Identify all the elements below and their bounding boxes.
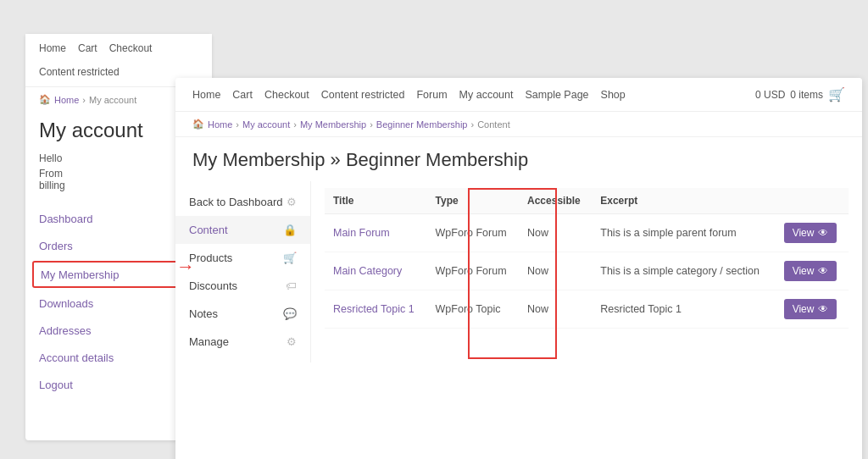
notes-icon: 💬 [283,307,297,320]
cart-icon: 🛒 [828,86,845,102]
main-nav-checkout[interactable]: Checkout [264,89,309,101]
main-membership-card: Home Cart Checkout Content restricted Fo… [175,78,862,459]
main-nav-sample-page[interactable]: Sample Page [526,89,589,101]
page-title: My Membership » Beginner Membership [175,137,862,181]
main-nav-shop[interactable]: Shop [601,89,626,101]
row2-action[interactable]: View 👁 [776,252,849,290]
addresses-link[interactable]: Addresses [39,324,91,337]
membership-link[interactable]: My Membership [41,268,119,281]
main-top-nav: Home Cart Checkout Content restricted Fo… [175,78,862,112]
main-nav-content-restricted[interactable]: Content restricted [321,89,405,101]
eye-icon: 👁 [818,265,828,277]
row1-action[interactable]: View 👁 [776,214,849,252]
col-type: Type [427,188,519,214]
view-button-row3[interactable]: View 👁 [784,299,837,319]
dashboard-link[interactable]: Dashboard [39,213,93,225]
col-accessible: Accessible [519,188,592,214]
row2-accessible: Now [519,252,592,290]
breadcrumb-home[interactable]: Home [54,95,79,105]
bg-nav-checkout[interactable]: Checkout [109,42,153,54]
table-row: Resricted Topic 1 WpForo Topic Now Resri… [325,290,849,329]
main-nav-my-account[interactable]: My account [459,89,514,101]
content-area: Back to Dashboard ⚙ Content 🔒 Products 🛒… [175,181,862,362]
main-nav-forum[interactable]: Forum [416,89,447,101]
left-menu: Back to Dashboard ⚙ Content 🔒 Products 🛒… [175,181,311,362]
breadcrumb-home-icon: 🏠 [192,119,204,130]
breadcrumb-my-account: My account [89,95,136,105]
breadcrumb-my-membership[interactable]: My Membership [300,119,366,130]
col-excerpt: Excerpt [592,188,775,214]
home-icon: 🏠 [39,94,51,105]
menu-item-discounts[interactable]: Discounts 🏷 [175,272,310,300]
breadcrumb-home[interactable]: Home [208,119,232,130]
cart-area[interactable]: 0 USD 0 items 🛒 [755,86,845,102]
view-button-row1[interactable]: View 👁 [784,223,837,243]
bg-nav-home[interactable]: Home [39,42,66,54]
content-link[interactable]: Content [189,224,228,236]
cart-items-count: 0 items [790,89,823,101]
col-action [776,188,849,214]
orders-link[interactable]: Orders [39,240,73,252]
notes-label: Notes [189,307,218,320]
view-button-row2[interactable]: View 👁 [784,261,837,281]
table-area: Title Type Accessible Excerpt Main Forum… [311,181,862,362]
row2-title[interactable]: Main Category [325,252,427,290]
breadcrumb-content: Content [477,119,510,130]
back-to-dashboard-icon: ⚙ [287,196,297,208]
main-nav-home[interactable]: Home [192,89,220,101]
menu-item-content[interactable]: Content 🔒 [175,216,310,244]
menu-item-manage[interactable]: Manage ⚙ [175,328,310,356]
table-row: Main Forum WpForo Forum Now This is a si… [325,214,849,252]
row2-type: WpForo Forum [427,252,519,290]
bg-nav-content-restricted[interactable]: Content restricted [39,66,120,78]
manage-label: Manage [189,335,229,348]
discounts-label: Discounts [189,279,237,292]
cart-amount: 0 USD [755,89,785,101]
row3-title[interactable]: Resricted Topic 1 [325,290,427,329]
row1-accessible: Now [519,214,592,252]
red-arrow-indicator: → [176,256,195,278]
eye-icon: 👁 [818,303,828,315]
products-icon: 🛒 [283,252,297,264]
row3-type: WpForo Topic [427,290,519,329]
manage-icon: ⚙ [287,335,297,348]
bg-nav-cart[interactable]: Cart [78,42,97,54]
breadcrumb-beginner-membership[interactable]: Beginner Membership [376,119,468,130]
row3-action[interactable]: View 👁 [776,290,849,329]
row2-excerpt: This is a simple category / section [592,252,775,290]
eye-icon: 👁 [818,227,828,239]
row3-excerpt: Resricted Topic 1 [592,290,775,329]
menu-item-back-to-dashboard[interactable]: Back to Dashboard ⚙ [175,188,310,216]
discounts-icon: 🏷 [286,279,297,292]
downloads-link[interactable]: Downloads [39,297,93,310]
row3-accessible: Now [519,290,592,329]
col-title: Title [325,188,427,214]
main-breadcrumb: 🏠 Home › My account › My Membership › Be… [175,112,862,137]
main-nav-cart[interactable]: Cart [232,89,253,101]
account-details-link[interactable]: Account details [39,351,114,364]
products-label: Products [189,252,232,264]
menu-item-products[interactable]: Products 🛒 [175,244,310,272]
row1-excerpt: This is a simple parent forum [592,214,775,252]
menu-item-notes[interactable]: Notes 💬 [175,300,310,328]
back-to-dashboard-label: Back to Dashboard [189,196,283,208]
breadcrumb-my-account[interactable]: My account [242,119,290,130]
row1-type: WpForo Forum [427,214,519,252]
logout-link[interactable]: Logout [39,379,73,391]
content-icon: 🔒 [283,224,297,236]
table-row: Main Category WpForo Forum Now This is a… [325,252,849,290]
membership-content-table: Title Type Accessible Excerpt Main Forum… [325,188,849,329]
row1-title[interactable]: Main Forum [325,214,427,252]
